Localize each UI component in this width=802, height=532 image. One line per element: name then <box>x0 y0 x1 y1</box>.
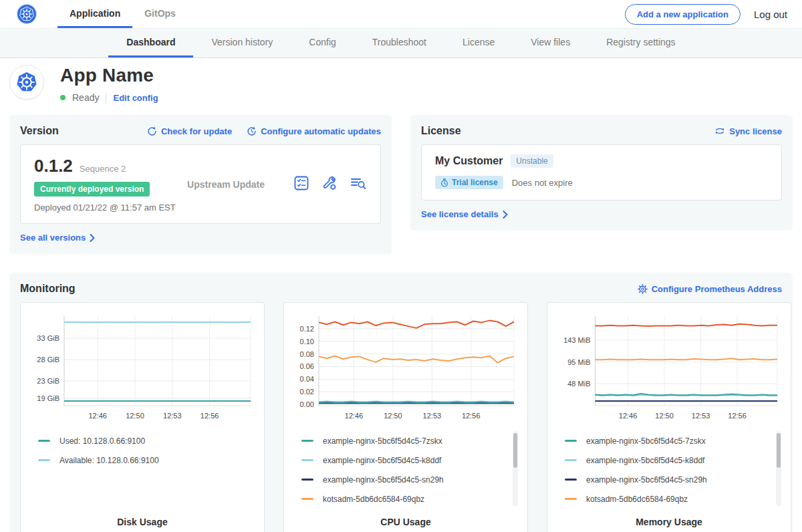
tab-config[interactable]: Config <box>291 29 354 57</box>
edit-config-link[interactable]: Edit config <box>113 93 158 103</box>
deployed-timestamp: Deployed 01/21/22 @ 11:57 am EST <box>34 203 187 213</box>
legend-item: Used: 10.128.0.66:9100 <box>38 431 256 450</box>
logout-link[interactable]: Log out <box>754 9 787 20</box>
svg-text:12:53: 12:53 <box>163 412 182 420</box>
version-number: 0.1.2 <box>34 156 73 176</box>
app-status-text: Ready <box>72 92 99 103</box>
configure-prometheus-link[interactable]: Configure Prometheus Address <box>638 284 782 294</box>
svg-text:12:46: 12:46 <box>88 412 107 420</box>
legend-label: Available: 10.128.0.66:9100 <box>59 456 159 465</box>
svg-text:23 GiB: 23 GiB <box>37 377 59 385</box>
disk-usage-legend: Used: 10.128.0.66:9100Available: 10.128.… <box>29 431 256 510</box>
refresh-icon <box>147 126 157 136</box>
svg-text:0.06: 0.06 <box>300 362 314 370</box>
legend-label: example-nginx-5bc6f5d4c5-7zskx <box>586 436 706 446</box>
tab-license[interactable]: License <box>444 29 513 57</box>
monitoring-panel: Monitoring Configure Prometheus Address <box>9 273 793 532</box>
version-sequence: Sequence 2 <box>80 164 126 174</box>
customer-name: My Customer <box>435 155 503 167</box>
preflight-checks-icon[interactable] <box>293 175 309 194</box>
legend-scrollbar-thumb[interactable] <box>513 433 517 468</box>
see-license-details-link[interactable]: See license details <box>421 209 508 219</box>
license-panel: License Sync license My Customer Unstabl… <box>410 115 793 231</box>
svg-text:0.12: 0.12 <box>300 325 314 333</box>
memory-usage-legend: example-nginx-5bc6f5d4c5-7zskxexample-ng… <box>555 431 783 510</box>
chart-title: Memory Usage <box>555 517 783 527</box>
legend-label: example-nginx-5bc6f5d4c5-7zskx <box>323 436 442 446</box>
topnav-tabs: Application GitOps <box>57 0 188 28</box>
tab-registry-settings[interactable]: Registry settings <box>588 29 693 57</box>
chart-svg: 19 GiB23 GiB28 GiB33 GiB12:4612:5012:531… <box>29 311 256 423</box>
current-version-card: 0.1.2 Sequence 2 Currently deployed vers… <box>20 144 381 224</box>
svg-text:12:46: 12:46 <box>619 412 638 420</box>
tab-troubleshoot[interactable]: Troubleshoot <box>354 29 444 57</box>
divider <box>106 93 106 103</box>
chart-svg: 0.000.020.040.060.080.100.1212:4612:5012… <box>292 311 519 423</box>
svg-text:12:46: 12:46 <box>345 412 364 420</box>
kubernetes-app-icon <box>13 69 40 96</box>
legend-item: example-nginx-5bc6f5d4c5-k8ddf <box>301 450 519 470</box>
tab-view-files[interactable]: View files <box>513 29 588 57</box>
legend-label: Used: 10.128.0.66:9100 <box>59 436 145 446</box>
check-for-update-link[interactable]: Check for update <box>147 126 232 136</box>
legend-label: kotsadm-5db6dc6584-69qbz <box>586 495 688 504</box>
legend-swatch <box>38 459 50 461</box>
configure-automatic-updates-link[interactable]: Configure automatic updates <box>247 126 381 136</box>
legend-scrollbar[interactable] <box>776 431 781 506</box>
legend-swatch <box>301 440 313 442</box>
deployed-status-badge: Currently deployed version <box>34 182 150 196</box>
channel-badge: Unstable <box>511 154 553 168</box>
legend-label: kotsadm-5db6dc6584-69qbz <box>323 495 424 504</box>
version-panel-title: Version <box>20 125 59 137</box>
svg-text:0.10: 0.10 <box>300 338 314 346</box>
legend-item: kotsadm-5db6dc6584-69qbz <box>565 489 783 509</box>
svg-text:12:56: 12:56 <box>462 412 481 420</box>
legend-item: example-nginx-5bc6f5d4c5-sn29h <box>301 470 519 489</box>
topnav-tab-gitops[interactable]: GitOps <box>132 0 188 28</box>
legend-scrollbar[interactable] <box>513 431 518 506</box>
svg-text:143 MiB: 143 MiB <box>563 336 590 344</box>
legend-swatch <box>565 498 577 500</box>
legend-swatch <box>301 459 313 461</box>
memory-usage-chart-card: 48 MiB95 MiB143 MiB12:4612:5012:5312:56 … <box>547 302 791 532</box>
legend-swatch <box>565 479 577 481</box>
svg-text:95 MiB: 95 MiB <box>567 358 590 366</box>
monitoring-title: Monitoring <box>20 283 76 295</box>
memory-usage-plot: 48 MiB95 MiB143 MiB12:4612:5012:5312:56 <box>555 311 783 426</box>
disk-usage-chart-card: 19 GiB23 GiB28 GiB33 GiB12:4612:5012:531… <box>20 302 265 532</box>
series-line <box>319 321 514 328</box>
page-title: App Name <box>60 65 158 86</box>
chevron-right-icon <box>90 234 95 242</box>
tab-version-history[interactable]: Version history <box>193 29 291 57</box>
legend-swatch <box>301 498 313 500</box>
chevron-right-icon <box>503 211 508 219</box>
config-wrench-icon[interactable] <box>321 175 338 194</box>
app-icon <box>9 65 44 100</box>
topnav-tab-application[interactable]: Application <box>57 0 132 28</box>
legend-label: example-nginx-5bc6f5d4c5-k8ddf <box>323 456 441 465</box>
see-all-versions-link[interactable]: See all versions <box>20 233 95 243</box>
svg-text:0.08: 0.08 <box>300 350 314 358</box>
cpu-usage-plot: 0.000.020.040.060.080.100.1212:4612:5012… <box>292 311 519 426</box>
sync-arrows-icon <box>714 126 725 136</box>
legend-item: Available: 10.128.0.66:9100 <box>38 450 256 470</box>
legend-label: example-nginx-5bc6f5d4c5-k8ddf <box>586 456 704 465</box>
legend-swatch <box>301 479 313 481</box>
gear-icon <box>638 284 648 294</box>
add-new-application-button[interactable]: Add a new application <box>625 4 741 25</box>
chart-title: CPU Usage <box>292 517 519 527</box>
series-line <box>595 358 778 360</box>
series-line <box>319 402 514 402</box>
legend-item: kotsadm-5db6dc6584-69qbz <box>301 489 519 509</box>
ready-status-dot <box>60 95 65 100</box>
kubernetes-logo-icon[interactable] <box>16 0 37 28</box>
legend-label: example-nginx-5bc6f5d4c5-sn29h <box>586 475 707 485</box>
tab-dashboard[interactable]: Dashboard <box>108 29 193 57</box>
sync-license-link[interactable]: Sync license <box>714 126 782 136</box>
svg-text:12:50: 12:50 <box>126 412 144 420</box>
legend-scrollbar-thumb[interactable] <box>777 433 781 468</box>
view-logs-icon[interactable] <box>350 175 367 194</box>
svg-text:0.04: 0.04 <box>300 375 314 383</box>
chart-title: Disk Usage <box>29 517 256 527</box>
svg-text:12:56: 12:56 <box>728 412 747 420</box>
